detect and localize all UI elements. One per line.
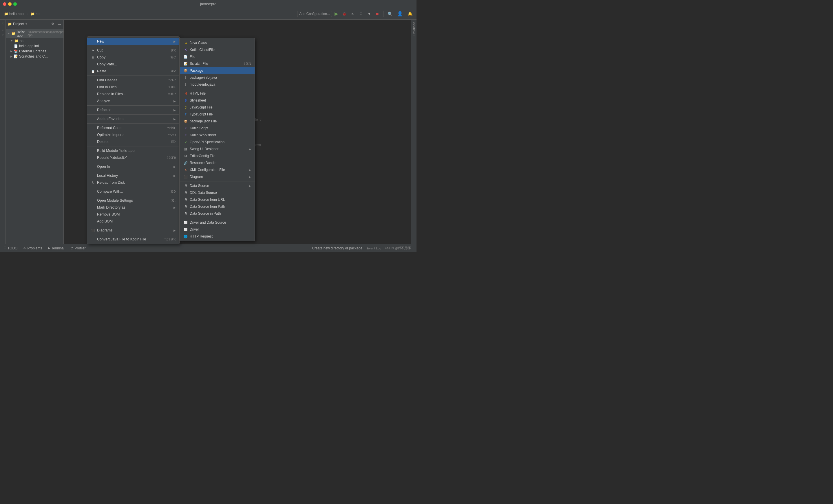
menu-cut[interactable]: ✂ Cut ⌘X	[87, 47, 179, 54]
profile-button[interactable]: ⏱	[358, 11, 365, 17]
profiler-button[interactable]: ⏱ Profiler	[69, 246, 87, 251]
menu-open-in[interactable]: Open In ▶	[87, 163, 179, 170]
menu-add-favorites[interactable]: Add to Favorites ▶	[87, 116, 179, 122]
submenu-module-info[interactable]: ℹ module-info.java	[180, 81, 255, 88]
database-label[interactable]: Database	[411, 20, 416, 38]
submenu-js[interactable]: J JavaScript File	[180, 104, 255, 111]
submenu-java-class[interactable]: C Java Class	[180, 39, 255, 46]
module-settings-icon	[91, 198, 95, 203]
submenu-driver-ds[interactable]: ⬜ Driver and Data Source	[180, 219, 255, 226]
submenu-http-request[interactable]: 🌐 HTTP Request	[180, 233, 255, 240]
profiler-icon: ⏱	[70, 247, 74, 250]
submenu-ddl-source[interactable]: 🗄 DDL Data Source	[180, 189, 255, 196]
submenu-kotlin-script[interactable]: K Kotlin Script	[180, 125, 255, 132]
problems-button[interactable]: ⚠ Problems	[22, 246, 43, 251]
event-log-button[interactable]: Event Log	[366, 246, 383, 251]
todo-button[interactable]: ☰ TODO	[2, 246, 19, 251]
submenu-resource-bundle[interactable]: 🔗 Resource Bundle	[180, 159, 255, 166]
menu-replace-files[interactable]: Replace in Files... ⇧⌘R	[87, 91, 179, 98]
submenu-ds-in-path[interactable]: 🗄 Data Source in Path	[180, 210, 255, 217]
menu-reformat[interactable]: Reformat Code ⌥⌘L	[87, 124, 179, 131]
menu-diagrams[interactable]: ⬛ Diagrams ▶	[87, 227, 179, 234]
submenu-scratch-file[interactable]: 📝 Scratch File ⇧⌘N	[180, 60, 255, 67]
menu-reload[interactable]: ↻ Reload from Disk	[87, 179, 179, 186]
submenu-kotlin-class[interactable]: K Kotlin Class/File	[180, 46, 255, 53]
terminal-button[interactable]: ▶ Terminal	[47, 246, 66, 251]
tree-scratches-item[interactable]: ▶ 📝 Scratches and C...	[6, 54, 64, 59]
stylesheet-label: Stylesheet	[190, 98, 251, 102]
menu-local-history[interactable]: Local History ▶	[87, 172, 179, 179]
menu-analyze[interactable]: Analyze ▶	[87, 98, 179, 104]
submenu-editorconfig[interactable]: ⚙ EditorConfig File	[180, 152, 255, 159]
close-button[interactable]	[3, 2, 6, 6]
update-button[interactable]: 🔔	[406, 11, 414, 17]
menu-build-module[interactable]: Build Module 'hello-app'	[87, 147, 179, 154]
menu-copy-path[interactable]: Copy Path...	[87, 61, 179, 68]
submenu-driver[interactable]: ⬜ Driver	[180, 226, 255, 233]
menu-paste[interactable]: 📋 Paste ⌘V	[87, 68, 179, 75]
submenu-stylesheet[interactable]: S Stylesheet	[180, 97, 255, 104]
submenu-package[interactable]: 📦 Package	[180, 67, 255, 74]
maximize-button[interactable]	[13, 2, 17, 6]
project-settings-btn[interactable]: ⚙	[50, 22, 55, 26]
local-history-label: Local History	[97, 174, 172, 178]
project-close-btn[interactable]: —	[57, 22, 62, 26]
kotlin-script-icon: K	[183, 126, 188, 130]
project-breadcrumb-src[interactable]: 📁 src	[29, 11, 42, 17]
tree-src-item[interactable]: ▼ 📁 src	[6, 38, 64, 43]
user-button[interactable]: 👤	[395, 10, 405, 17]
menu-copy[interactable]: ⎘ Copy ⌘C	[87, 54, 179, 61]
submenu-ds-from-url[interactable]: 🗄 Data Source from URL	[180, 196, 255, 203]
analyze-label: Analyze	[97, 99, 172, 103]
more-run-button[interactable]: ▼	[366, 11, 373, 17]
add-configuration-button[interactable]: Add Configuration...	[297, 11, 332, 17]
menu-find-files[interactable]: Find in Files... ⇧⌘F	[87, 84, 179, 91]
submenu-file[interactable]: 📄 File	[180, 53, 255, 60]
menu-delete[interactable]: Delete... ⌦	[87, 138, 179, 145]
submenu-package-info[interactable]: ℹ package-info.java	[180, 74, 255, 81]
submenu-data-source[interactable]: 🗄 Data Source ▶	[180, 182, 255, 189]
submenu-kotlin-worksheet[interactable]: K Kotlin Worksheet	[180, 132, 255, 138]
coverage-button[interactable]: ⛨	[350, 11, 357, 17]
menu-find-usages[interactable]: Find Usages ⌥F7	[87, 77, 179, 84]
tree-external-item[interactable]: ▶ 📚 External Libraries	[6, 49, 64, 54]
run-button[interactable]: ▶	[333, 10, 339, 17]
menu-new-label: New	[97, 39, 172, 43]
menu-convert[interactable]: Convert Java File to Kotlin File ⌥⇧⌘K	[87, 236, 179, 243]
menu-optimize[interactable]: Optimize Imports ^⌥O	[87, 131, 179, 138]
submenu-package-json[interactable]: 📦 package.json File	[180, 118, 255, 125]
favorites-sidebar-icon[interactable]: F	[1, 33, 5, 38]
submenu-diagram[interactable]: ⬛ Diagram ▶	[180, 173, 255, 180]
menu-remove-bom[interactable]: Remove BOM	[87, 211, 179, 218]
search-everywhere-button[interactable]: 🔍	[386, 11, 394, 17]
tree-root-item[interactable]: ▼ 📁 hello-app ~/Documents/idea/javasepro…	[6, 29, 64, 38]
menu-mark-dir[interactable]: Mark Directory as ▶	[87, 204, 179, 211]
submenu-ds-from-path[interactable]: 🗄 Data Source from Path	[180, 203, 255, 210]
submenu-ts[interactable]: T TypeScript File	[180, 111, 255, 118]
submenu-openapi[interactable]: ✓ OpenAPI Specification	[180, 138, 255, 146]
structure-sidebar-icon[interactable]: S	[1, 27, 5, 32]
menu-refactor[interactable]: Refactor ▶	[87, 106, 179, 114]
remove-bom-label: Remove BOM	[97, 212, 176, 217]
submenu-xml-config[interactable]: X XML Configuration File ▶	[180, 166, 255, 173]
project-breadcrumb-app[interactable]: 📁 hello-app	[2, 11, 25, 17]
menu-rebuild[interactable]: Rebuild '<default>' ⇧⌘F9	[87, 154, 179, 161]
menu-add-bom[interactable]: Add BOM	[87, 218, 179, 225]
kotlin-class-label: Kotlin Class/File	[190, 48, 251, 52]
swing-arrow-icon: ▶	[249, 148, 251, 151]
editorconfig-label: EditorConfig File	[190, 154, 251, 158]
project-dropdown-icon[interactable]: ▼	[25, 23, 27, 25]
submenu-swing[interactable]: 🖼 Swing UI Designer ▶	[180, 146, 255, 152]
project-sidebar-icon[interactable]: P	[1, 21, 5, 26]
menu-module-settings[interactable]: Open Module Settings ⌘↓	[87, 197, 179, 204]
menu-item-new[interactable]: New ▶ C Java Class K Kotlin Class/File 📄…	[87, 38, 179, 45]
menu-compare[interactable]: Compare With... ⌘D	[87, 188, 179, 195]
debug-button[interactable]: 🐞	[341, 11, 349, 17]
stop-button[interactable]: ⏹	[374, 11, 381, 17]
submenu-html[interactable]: H HTML File	[180, 90, 255, 97]
copy-path-icon	[91, 62, 95, 67]
tree-iml-item[interactable]: 📄 hello-app.iml	[6, 43, 64, 49]
minimize-button[interactable]	[8, 2, 11, 6]
menu-sep10	[87, 196, 179, 196]
terminal-icon: ▶	[48, 246, 50, 250]
